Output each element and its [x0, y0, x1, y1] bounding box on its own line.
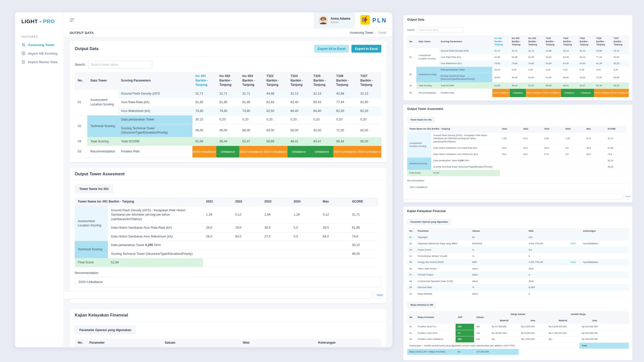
tab-tower-name-inc-001[interactable]: Tower Name Inc 001: [407, 116, 435, 123]
cell-empty: [500, 170, 626, 176]
row-scoring-technical: Scoring Technical Tower (Structure/Type/…: [407, 73, 629, 83]
tower-column-header[interactable]: T326 Barikin - Tanjung: [594, 35, 611, 48]
row-gfd: Assessment Location Scoring Ground Flash…: [75, 206, 378, 224]
pagination-next-button[interactable]: Next: [374, 291, 381, 299]
cell-value: 74,80: [492, 60, 510, 67]
hamburger-icon: [70, 18, 75, 23]
tower-column-header[interactable]: Inc 003 Barikin - Tanjung: [526, 35, 544, 48]
cell-value: 39,5: [542, 145, 563, 151]
tower-column-header[interactable]: T327 Barikin - Tanjung: [612, 35, 629, 48]
sidebar-item-import-master-data[interactable]: Import Master Data: [21, 60, 63, 64]
cell-jml: 180: [456, 336, 474, 342]
sidebar-item-assessing-tower[interactable]: Assessing Tower: [21, 43, 63, 47]
tab-biaya-investasi[interactable]: Biaya Investasi & OM: [407, 302, 436, 308]
tower-column-header[interactable]: T324 Barikin - Tanjung: [288, 72, 310, 89]
cell-keterangan: [581, 253, 629, 259]
cell-parameter: Kapasitas Maksimum Daya yang dilalui: [416, 240, 470, 247]
cell-parameter: Discount Rate: [416, 284, 470, 291]
menu-toggle-button[interactable]: [70, 18, 75, 23]
cell-value: 30,10: [492, 67, 510, 73]
user-menu[interactable]: Anna Adame Admin: [314, 12, 355, 28]
biaya-investasi-table: No. Biaya Investasi Jml* Satuan Harga Sa…: [407, 311, 629, 355]
ubah-link[interactable]: Ubah: [571, 261, 576, 263]
output-data-card: Output Data Export All to Excel Export t…: [70, 41, 386, 162]
row-arus-rata: Arus Rata-Rata (kA) 61,8561,8561,8562,63…: [407, 54, 629, 60]
tower-column-header[interactable]: Inc 001 Barikin - Tanjung: [192, 72, 217, 89]
cell-value: 74,80: [192, 107, 217, 115]
tower-column-header[interactable]: T325 Barikin - Tanjung: [310, 72, 333, 89]
ubah-link[interactable]: Ubah: [571, 242, 576, 245]
cell-satuan: kV: [470, 234, 527, 240]
cell-value: 62,40: [288, 98, 310, 107]
cell-no: 04: [75, 137, 87, 146]
cell-jh-material: Rp 2.154.047.500: [546, 330, 579, 336]
tower-column-header[interactable]: T325 Barikin - Tanjung: [578, 35, 594, 48]
cell-param: Ground Flash Density (GFD: [438, 48, 492, 54]
tab-tower-name-inc-001[interactable]: Tower Name Inc 001: [75, 184, 113, 193]
cell-parameter: Tegangan: [416, 234, 470, 240]
cell-satuan: %: [470, 253, 527, 259]
pagination-page-button[interactable]: 5: [404, 194, 622, 199]
brand-logo[interactable]: LIGHT - PRO: [21, 18, 63, 24]
sidebar-item-import-db-existing[interactable]: Import DB Existing: [21, 51, 63, 55]
breadcrumb-parent[interactable]: Assessing Tower: [350, 31, 373, 34]
cell-value: 46,00: [510, 73, 526, 83]
year-column-header: 2021: [500, 126, 521, 132]
pagination-pages: 12345: [404, 194, 622, 199]
col-keterangan: Keterangan: [581, 228, 629, 234]
pagination-next-button[interactable]: Next: [623, 194, 629, 199]
year-column-header: Max: [320, 197, 349, 206]
parameter-row: 10 Masa Manfaat tahun 2: [407, 291, 629, 297]
cell-value: 5,12: [320, 206, 349, 224]
cell-value: 61,85: [216, 98, 239, 107]
recommendation-input[interactable]: DGS+Unballance: [407, 183, 629, 191]
recommendation-badge: DGS+Unballance: [612, 89, 629, 97]
biaya-om-row: Biaya O&M (2,5% x Biaya Investasi) Rp 23…: [407, 349, 629, 355]
biaya-total-label: Total: [579, 342, 629, 349]
pagination-page-button[interactable]: 5: [64, 291, 372, 299]
recommendation-badge: DGS+Unballance: [594, 89, 611, 97]
tower-column-header[interactable]: T324 Barikin - Tanjung: [561, 35, 578, 48]
tower-column-header[interactable]: Inc 002 Barikin - Tanjung: [510, 35, 526, 48]
cell-group: Recommendation: [416, 89, 438, 97]
om-label: Biaya O&M (2,5% x Biaya Investasi): [407, 349, 455, 355]
tower-column-header[interactable]: T327 Barikin - Tanjung: [357, 72, 381, 89]
tab-parameter-operasi[interactable]: Parameter Operasi yang digunakan: [407, 219, 451, 225]
export-to-excel-button[interactable]: Export to Excel: [351, 45, 381, 53]
output-data-table: No. Data Tower Scoring Parameters Inc 00…: [75, 72, 381, 158]
cell-aksi: [568, 253, 581, 259]
tower-assessment-title: Output Tower Assesment: [407, 107, 443, 111]
cell-value: 51,84: [431, 170, 500, 176]
cell-value: 2,56: [542, 132, 563, 145]
cell-value: 62,30: [612, 60, 629, 67]
cell-empty: [500, 157, 605, 164]
tower-column-header[interactable]: T322 Barikin - Tanjung: [263, 72, 288, 89]
header-row: Tower Name Inc 001 Barikin - Tanjung 202…: [407, 126, 626, 132]
search-input[interactable]: [88, 61, 152, 68]
cell-no: 08: [407, 278, 415, 284]
cell-no: 02: [407, 240, 415, 247]
export-all-to-excel-button[interactable]: Export All to Excel: [314, 45, 349, 53]
recommendation-input[interactable]: DGS+Unballance: [75, 277, 381, 287]
tab-asumsi-finansial[interactable]: Asumsi Finansial yang Digunakan: [407, 360, 450, 360]
recommendation-label: Recommendation: [75, 271, 381, 275]
tower-column-header[interactable]: Inc 003 Barikin - Tanjung: [239, 72, 263, 89]
tower-column-header[interactable]: Inc 002 Barikin - Tanjung: [216, 72, 239, 89]
cell-aksi: [568, 234, 581, 240]
cell-satuan: kV: [162, 347, 240, 348]
search-input[interactable]: [417, 27, 463, 33]
recommendation-badge: Unbalance: [288, 146, 310, 158]
cell-name: Proteksi Jenis TLA: [416, 324, 456, 330]
tower-column-header[interactable]: Inc 001 Barikin - Tanjung: [492, 35, 510, 48]
search-row: Search:: [75, 61, 381, 68]
tower-assessment-table: Tower Name Inc 001 Barikin - Tanjung 202…: [407, 126, 626, 176]
cell-value: 32,13: [310, 89, 333, 98]
tab-parameter-operasi[interactable]: Parameter Operasi yang digunakan: [75, 326, 136, 335]
cell-value: 32,13: [578, 48, 594, 54]
tower-column-header[interactable]: T326 Barikin - Tanjung: [333, 72, 357, 89]
cell-group: Technical Scoring: [87, 115, 118, 137]
cell-value: 31,71: [510, 48, 526, 54]
tower-column-header[interactable]: T322 Barikin - Tanjung: [544, 35, 561, 48]
row-scoring-technical: Scoring Technical Tower (Structure/Type/…: [75, 250, 378, 258]
cell-value: 42,88: [333, 89, 357, 98]
